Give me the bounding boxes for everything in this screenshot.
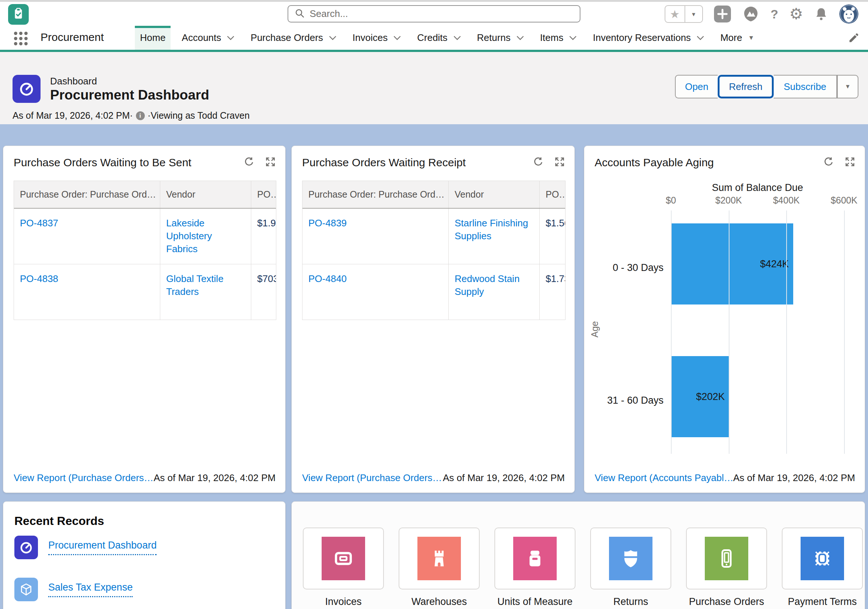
chart-gridline <box>844 210 845 454</box>
recent-record-item: Sales Tax Expense <box>14 578 133 601</box>
invoice-icon <box>322 537 365 580</box>
global-search[interactable] <box>288 5 581 22</box>
tab-more[interactable]: More▼ <box>715 26 760 50</box>
stamp-icon <box>801 537 844 580</box>
tab-invoices[interactable]: Invoices <box>347 26 406 50</box>
table-row: PO-4838 Global Textile Traders $703. <box>14 264 276 320</box>
expense-cube-icon <box>14 578 38 601</box>
po-number-link[interactable]: PO-4840 <box>308 273 347 284</box>
quick-create-plus-icon[interactable] <box>714 6 731 22</box>
table-row: PO-4840 Redwood Stain Supply $1.73 <box>302 264 565 320</box>
card-accounts-payable-aging: Accounts Payable Aging Sum of Balance Du… <box>584 146 865 493</box>
expand-icon[interactable] <box>555 157 565 168</box>
vendor-link[interactable]: Redwood Stain Supply <box>455 273 519 297</box>
bar-31-60-days[interactable]: $202K <box>671 356 729 437</box>
po-amount: $1.97 <box>251 209 276 264</box>
column-header: Vendor <box>449 181 540 208</box>
chevron-down-icon[interactable] <box>697 36 704 40</box>
component-actions <box>823 157 855 168</box>
header-actions: ★ ▼ ? ⚙︎ <box>665 5 859 23</box>
table-row: PO-4837 Lakeside Upholstery Fabrics $1.9… <box>14 209 276 264</box>
view-report-link[interactable]: View Report (Purchase Orders… <box>302 472 442 484</box>
dashboard-gauge-icon <box>14 536 38 559</box>
report-table: Purchase Order: Purchase Ord… Vendor PO…… <box>14 181 276 320</box>
open-button[interactable]: Open <box>675 75 718 98</box>
bar-value-label: $424K <box>760 258 789 270</box>
component-as-of: As of Mar 19, 2026, 4:02 PM <box>733 472 855 484</box>
tile-purchase-orders[interactable]: Purchase Orders <box>686 528 767 607</box>
component-actions <box>244 157 276 168</box>
vendor-link[interactable]: Global Textile Traders <box>166 273 224 297</box>
tab-items[interactable]: Items <box>535 26 582 50</box>
refresh-icon[interactable] <box>823 157 834 168</box>
view-report-link[interactable]: View Report (Purchase Orders… <box>14 472 153 484</box>
dashboard-gauge-icon <box>12 75 40 103</box>
po-number-link[interactable]: PO-4839 <box>308 218 347 228</box>
tile-returns[interactable]: Returns <box>590 528 671 607</box>
recent-record-link[interactable]: Procurement Dashboard <box>48 540 157 555</box>
favorites-star-icon[interactable]: ★ <box>665 6 685 22</box>
vendor-link[interactable]: Lakeside Upholstery Fabrics <box>166 218 212 254</box>
refresh-icon[interactable] <box>244 157 254 168</box>
chevron-down-icon[interactable] <box>329 36 336 40</box>
table-row: PO-4839 Starline Finishing Supplies $1.5… <box>302 209 565 264</box>
view-report-link[interactable]: View Report (Accounts Payabl… <box>595 472 733 484</box>
search-input[interactable] <box>310 8 546 20</box>
chart-tick-label: $200K <box>716 195 742 206</box>
chevron-down-icon[interactable] <box>394 36 401 40</box>
more-actions-dropdown[interactable]: ▼ <box>837 75 859 98</box>
tab-purchase-orders[interactable]: Purchase Orders <box>245 26 341 50</box>
tab-home[interactable]: Home <box>135 26 170 50</box>
app-logo <box>8 4 29 25</box>
triangle-down-icon: ▼ <box>748 34 754 42</box>
tile-units-of-measure[interactable]: Units of Measure <box>494 528 575 607</box>
as-of-line: As of Mar 19, 2026, 4:02 PM· i ·Viewing … <box>12 110 250 121</box>
bar-0-30-days[interactable]: $424K <box>671 224 793 304</box>
setup-gear-icon[interactable]: ⚙︎ <box>789 6 803 22</box>
chart-tick-label: $0 <box>666 195 676 206</box>
top-chrome: ★ ▼ ? ⚙︎ <box>0 0 868 52</box>
vendor-link[interactable]: Starline Finishing Supplies <box>455 218 528 241</box>
component-as-of: As of Mar 19, 2026, 4:02 PM <box>443 472 565 484</box>
column-header: Purchase Order: Purchase Ord… <box>14 181 160 208</box>
category-label: 0 - 30 Days <box>584 262 663 273</box>
tile-invoices[interactable]: Invoices <box>303 528 384 607</box>
tile-label: Payment Terms <box>782 596 863 607</box>
recent-record-link[interactable]: Sales Tax Expense <box>48 582 133 597</box>
card-recent-records: Recent Records Procurement Dashboard Sal… <box>3 501 285 609</box>
trailhead-icon[interactable] <box>742 5 760 23</box>
tile-label: Returns <box>590 596 671 607</box>
info-icon[interactable]: i <box>136 111 145 120</box>
notifications-bell-icon[interactable] <box>814 7 828 21</box>
chevron-down-icon[interactable] <box>454 36 461 40</box>
expand-icon[interactable] <box>265 157 276 168</box>
po-number-link[interactable]: PO-4837 <box>20 218 58 228</box>
tab-accounts[interactable]: Accounts <box>177 26 239 50</box>
tab-returns[interactable]: Returns <box>472 26 529 50</box>
po-number-link[interactable]: PO-4838 <box>20 273 58 284</box>
chevron-down-icon[interactable] <box>516 36 524 40</box>
nav-tabs: Home Accounts Purchase Orders Invoices C… <box>135 26 765 50</box>
tab-credits[interactable]: Credits <box>412 26 466 50</box>
edit-nav-pencil-icon[interactable] <box>848 33 859 45</box>
chart-gridline <box>729 210 730 454</box>
tab-inventory-reservations[interactable]: Inventory Reservations <box>587 26 709 50</box>
help-icon[interactable]: ? <box>771 7 778 22</box>
favorites-group: ★ ▼ <box>665 5 703 23</box>
expand-icon[interactable] <box>845 157 855 168</box>
tile-payment-terms[interactable]: Payment Terms <box>782 528 863 607</box>
subscribe-button[interactable]: Subscribe <box>774 75 837 98</box>
chevron-down-icon[interactable] <box>227 36 234 40</box>
chevron-down-icon[interactable] <box>569 36 577 40</box>
refresh-button[interactable]: Refresh <box>718 75 774 98</box>
app-navigation-bar: Procurement Home Accounts Purchase Order… <box>0 26 868 52</box>
refresh-icon[interactable] <box>533 157 543 168</box>
app-launcher-icon[interactable] <box>14 32 28 45</box>
dashboard-actions: Open Refresh Subscribe ▼ <box>675 75 859 98</box>
chart-gridline <box>786 210 787 454</box>
dashboard-page-header: Dashboard Procurement Dashboard As of Ma… <box>0 52 868 124</box>
user-avatar[interactable] <box>839 5 859 23</box>
tile-warehouses[interactable]: Warehouses <box>398 528 480 607</box>
chart-axis-title: Sum of Balance Due <box>671 182 844 194</box>
favorites-dropdown-icon[interactable]: ▼ <box>685 6 702 22</box>
